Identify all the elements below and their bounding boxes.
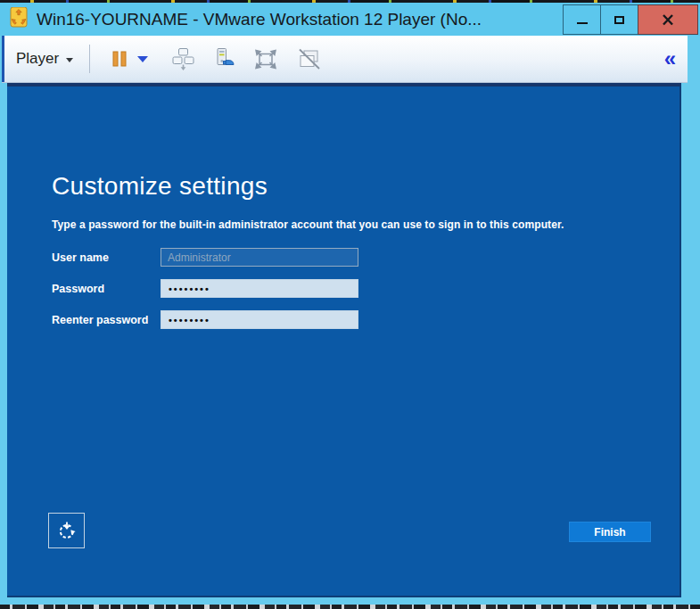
maximize-icon	[614, 16, 624, 24]
window-title: Win16-YOURNAME - VMware Workstation 12 P…	[37, 10, 482, 29]
vmware-player-icon	[8, 7, 29, 29]
suspend-pause-icon	[110, 50, 129, 68]
vmware-player-window: Win16-YOURNAME - VMware Workstation 12 P…	[0, 0, 700, 609]
username-label: User name	[52, 251, 161, 264]
ease-of-access-button[interactable]	[48, 513, 85, 548]
collapse-toolbar-button[interactable]: «	[664, 48, 676, 70]
unity-mode-button[interactable]	[291, 45, 326, 74]
unity-mode-icon	[296, 48, 321, 70]
chevron-down-icon	[66, 58, 73, 62]
username-field	[161, 248, 358, 267]
reenter-password-row: Reenter password	[52, 310, 358, 329]
send-ctrl-alt-del-button[interactable]	[166, 44, 201, 75]
page-title: Customize settings	[52, 172, 268, 201]
send-ctrl-alt-del-icon	[171, 47, 195, 71]
page-description: Type a password for the built-in adminis…	[52, 218, 564, 231]
finish-button[interactable]: Finish	[569, 522, 651, 542]
ease-of-access-icon	[56, 520, 78, 541]
close-icon	[662, 14, 674, 26]
minimize-icon	[577, 22, 588, 24]
vmware-toolbar: Player	[2, 36, 688, 83]
reenter-password-field[interactable]	[161, 310, 358, 329]
password-label: Password	[52, 283, 161, 295]
username-row: User name	[52, 248, 358, 267]
player-menu-label: Player	[16, 50, 59, 68]
minimize-button[interactable]	[563, 4, 601, 35]
manage-vm-icon	[213, 47, 235, 70]
maximize-button[interactable]	[600, 4, 638, 35]
player-menu-button[interactable]: Player	[16, 50, 73, 68]
manage-vm-button[interactable]	[208, 44, 241, 74]
toolbar-separator	[89, 45, 90, 73]
password-row: Password	[52, 279, 358, 298]
window-controls	[564, 4, 698, 35]
close-button[interactable]	[638, 4, 698, 35]
fullscreen-button[interactable]	[248, 45, 284, 73]
reenter-password-label: Reenter password	[52, 314, 161, 326]
suspend-vm-button[interactable]	[104, 46, 153, 71]
suspend-dropdown-icon[interactable]	[137, 56, 148, 62]
desktop-edge-bottom	[0, 605, 700, 609]
vm-display: Customize settings Type a password for t…	[7, 83, 681, 597]
fullscreen-icon	[253, 49, 278, 70]
password-field[interactable]	[161, 279, 358, 298]
toolbar-accent	[2, 36, 4, 82]
window-titlebar: Win16-YOURNAME - VMware Workstation 12 P…	[0, 3, 700, 36]
